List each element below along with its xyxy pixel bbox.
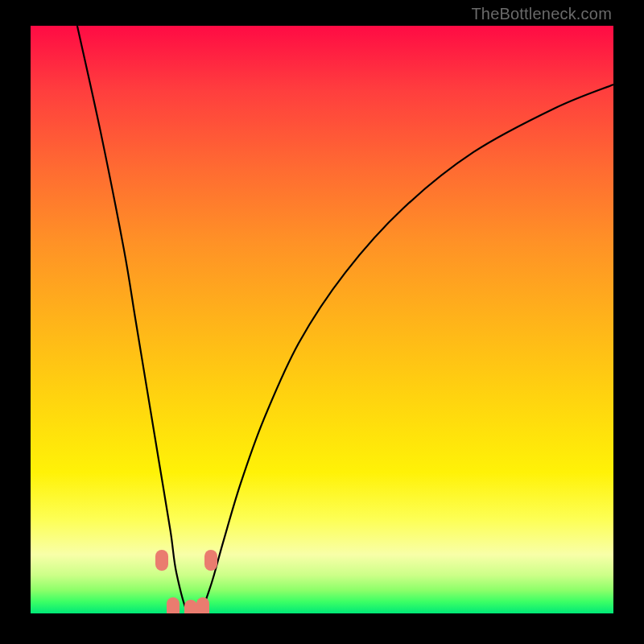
data-marker [167, 597, 180, 613]
watermark: TheBottleneck.com [471, 5, 612, 23]
curve-path [77, 26, 613, 613]
chart-frame: TheBottleneck.com [0, 0, 644, 644]
data-marker [204, 550, 217, 571]
bottleneck-curve [31, 26, 613, 613]
data-marker [155, 550, 168, 571]
data-marker [196, 597, 209, 613]
plot-area [31, 26, 613, 613]
data-marker [184, 600, 197, 613]
